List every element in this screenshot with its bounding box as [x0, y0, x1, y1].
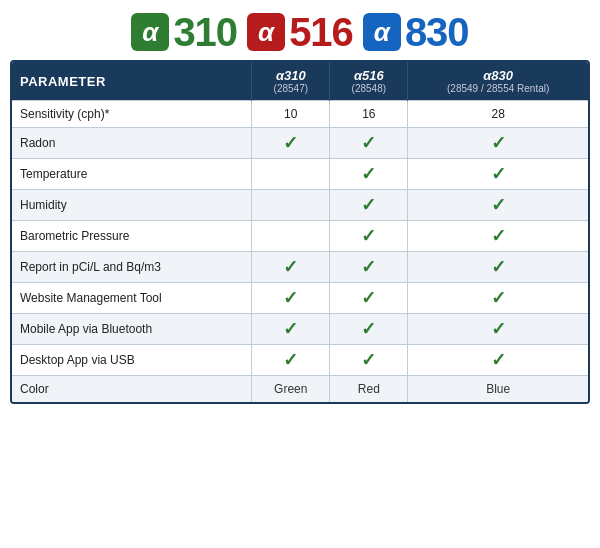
checkmark-icon: ✓: [361, 288, 376, 308]
cell-a830: ✓: [408, 283, 588, 314]
cell-a516: ✓: [330, 159, 408, 190]
table-row: Humidity✓✓: [12, 190, 588, 221]
cell-parameter: Radon: [12, 128, 252, 159]
table-row: Sensitivity (cph)*101628: [12, 101, 588, 128]
checkmark-icon: ✓: [491, 133, 506, 153]
header-a310: α310 (28547): [252, 62, 330, 101]
cell-a830: ✓: [408, 159, 588, 190]
cell-a310: 10: [252, 101, 330, 128]
cell-a516: ✓: [330, 128, 408, 159]
table-header-row: PARAMETER α310 (28547) α516 (28548): [12, 62, 588, 101]
checkmark-icon: ✓: [283, 133, 298, 153]
cell-a310: ✓: [252, 128, 330, 159]
cell-a516: ✓: [330, 252, 408, 283]
cell-parameter: Mobile App via Bluetooth: [12, 314, 252, 345]
cell-a830: ✓: [408, 221, 588, 252]
cell-a516: ✓: [330, 283, 408, 314]
header-parameter: PARAMETER: [12, 62, 252, 101]
product-logo-516: α 516: [247, 12, 353, 52]
checkmark-icon: ✓: [361, 257, 376, 277]
checkmark-icon: ✓: [491, 195, 506, 215]
checkmark-icon: ✓: [361, 319, 376, 339]
alpha-box-310: α: [131, 13, 169, 51]
cell-a310: [252, 221, 330, 252]
checkmark-icon: ✓: [491, 319, 506, 339]
checkmark-icon: ✓: [361, 164, 376, 184]
table-row: Website Management Tool✓✓✓: [12, 283, 588, 314]
table-row: Barometric Pressure✓✓: [12, 221, 588, 252]
checkmark-icon: ✓: [491, 164, 506, 184]
cell-a310: ✓: [252, 314, 330, 345]
checkmark-icon: ✓: [491, 226, 506, 246]
cell-a516: Red: [330, 376, 408, 403]
cell-a830: Blue: [408, 376, 588, 403]
header-a830-model: α830: [483, 68, 513, 83]
cell-a310: [252, 159, 330, 190]
cell-a830: ✓: [408, 190, 588, 221]
cell-a310: ✓: [252, 252, 330, 283]
checkmark-icon: ✓: [361, 350, 376, 370]
checkmark-icon: ✓: [283, 350, 298, 370]
table-row: Mobile App via Bluetooth✓✓✓: [12, 314, 588, 345]
checkmark-icon: ✓: [491, 257, 506, 277]
header-a516-sku: (28548): [352, 83, 386, 94]
cell-parameter: Sensitivity (cph)*: [12, 101, 252, 128]
cell-parameter: Report in pCi/L and Bq/m3: [12, 252, 252, 283]
checkmark-icon: ✓: [361, 226, 376, 246]
cell-a516: ✓: [330, 190, 408, 221]
product-number-516: 516: [289, 12, 353, 52]
cell-a830: ✓: [408, 252, 588, 283]
table-row: Temperature✓✓: [12, 159, 588, 190]
header-a830-sku: (28549 / 28554 Rental): [447, 83, 549, 94]
product-number-310: 310: [173, 12, 237, 52]
cell-a310: Green: [252, 376, 330, 403]
cell-a310: ✓: [252, 345, 330, 376]
header: α 310 α 516 α 830: [0, 0, 600, 60]
checkmark-icon: ✓: [361, 195, 376, 215]
cell-a516: ✓: [330, 221, 408, 252]
product-logo-830: α 830: [363, 12, 469, 52]
cell-parameter: Humidity: [12, 190, 252, 221]
alpha-box-516: α: [247, 13, 285, 51]
cell-parameter: Website Management Tool: [12, 283, 252, 314]
header-a310-sku: (28547): [274, 83, 308, 94]
cell-parameter: Barometric Pressure: [12, 221, 252, 252]
cell-a310: [252, 190, 330, 221]
cell-a310: ✓: [252, 283, 330, 314]
cell-parameter: Color: [12, 376, 252, 403]
cell-a516: ✓: [330, 345, 408, 376]
table-row: ColorGreenRedBlue: [12, 376, 588, 403]
header-a516-model: α516: [354, 68, 384, 83]
comparison-table: PARAMETER α310 (28547) α516 (28548): [10, 60, 590, 404]
cell-a830: ✓: [408, 128, 588, 159]
table-row: Report in pCi/L and Bq/m3✓✓✓: [12, 252, 588, 283]
checkmark-icon: ✓: [491, 288, 506, 308]
cell-parameter: Temperature: [12, 159, 252, 190]
alpha-box-830: α: [363, 13, 401, 51]
checkmark-icon: ✓: [283, 288, 298, 308]
header-a310-model: α310: [276, 68, 306, 83]
checkmark-icon: ✓: [283, 319, 298, 339]
cell-a516: ✓: [330, 314, 408, 345]
cell-a516: 16: [330, 101, 408, 128]
checkmark-icon: ✓: [283, 257, 298, 277]
header-a516: α516 (28548): [330, 62, 408, 101]
product-number-830: 830: [405, 12, 469, 52]
cell-parameter: Desktop App via USB: [12, 345, 252, 376]
table-row: Desktop App via USB✓✓✓: [12, 345, 588, 376]
cell-a830: ✓: [408, 314, 588, 345]
product-logo-310: α 310: [131, 12, 237, 52]
table-row: Radon✓✓✓: [12, 128, 588, 159]
header-a830: α830 (28549 / 28554 Rental): [408, 62, 588, 101]
checkmark-icon: ✓: [491, 350, 506, 370]
checkmark-icon: ✓: [361, 133, 376, 153]
cell-a830: 28: [408, 101, 588, 128]
cell-a830: ✓: [408, 345, 588, 376]
